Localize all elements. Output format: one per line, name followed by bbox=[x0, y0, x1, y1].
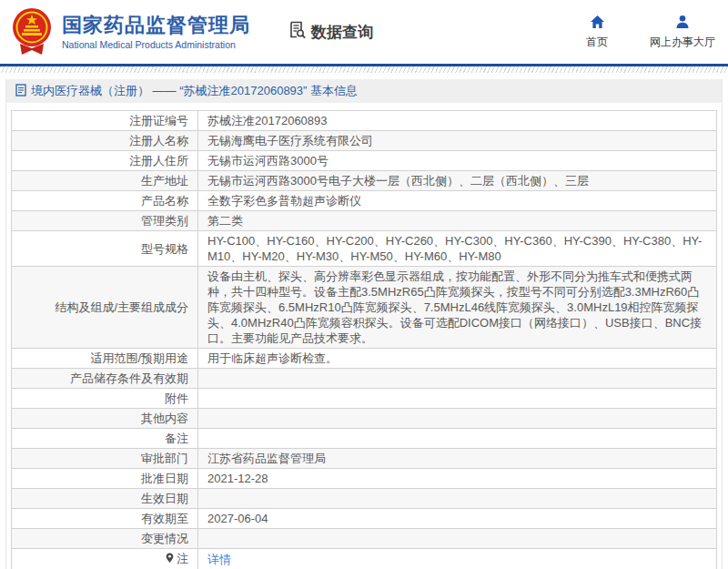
row-value: 2027-06-04 bbox=[198, 509, 717, 529]
row-value: 无锡市运河西路3000号 bbox=[198, 151, 717, 171]
row-value bbox=[198, 409, 717, 429]
row-value: 苏械注准20172060893 bbox=[198, 111, 717, 131]
document-search-icon bbox=[288, 21, 307, 44]
row-value: 江苏省药品监督管理局 bbox=[198, 449, 717, 469]
table-row: 附件 bbox=[12, 389, 717, 409]
table-row: 生产地址无锡市运河西路3000号电子大楼一层（西北侧）、二层（西北侧）、三层 bbox=[12, 171, 717, 191]
row-value bbox=[198, 369, 717, 389]
row-value bbox=[198, 529, 717, 549]
table-row: 注册证编号苏械注准20172060893 bbox=[12, 111, 717, 131]
hatch-stripe bbox=[0, 66, 728, 73]
info-table-body: 注册证编号苏械注准20172060893注册人名称无锡海鹰电子医疗系统有限公司注… bbox=[12, 111, 717, 569]
home-icon bbox=[590, 14, 605, 30]
row-label: 结构及组成/主要组成成分 bbox=[12, 267, 198, 349]
row-label: 有效期至 bbox=[12, 509, 198, 529]
table-row: 型号规格HY-C100、HY-C160、HY-C200、HY-C260、HY-C… bbox=[12, 231, 717, 267]
table-row: 产品名称全数字彩色多普勒超声诊断仪 bbox=[12, 191, 717, 211]
row-value bbox=[198, 489, 717, 509]
row-label: 产品储存条件及有效期 bbox=[12, 369, 198, 389]
table-row: 注详情 bbox=[12, 549, 717, 569]
row-label: 其他内容 bbox=[12, 409, 198, 429]
row-value: 无锡市运河西路3000号电子大楼一层（西北侧）、二层（西北侧）、三层 bbox=[198, 171, 717, 191]
nmpa-emblem-logo bbox=[9, 7, 55, 56]
table-row: 管理类别第二类 bbox=[12, 211, 717, 231]
org-name-cn: 国家药品监督管理局 bbox=[62, 14, 250, 36]
row-label: 变更情况 bbox=[12, 529, 198, 549]
table-row: 变更情况 bbox=[12, 529, 717, 549]
top-nav: 首页 网上办事大厅 bbox=[544, 14, 715, 50]
details-link[interactable]: 详情 bbox=[207, 553, 231, 566]
table-row: 注册人住所无锡市运河西路3000号 bbox=[12, 151, 717, 171]
document-icon bbox=[15, 84, 26, 99]
row-value: 全数字彩色多普勒超声诊断仪 bbox=[198, 191, 717, 211]
nav-item-service-hall[interactable]: 网上办事大厅 bbox=[650, 14, 715, 50]
table-row: 批准日期2021-12-28 bbox=[12, 469, 717, 489]
data-query-label: 数据查询 bbox=[311, 22, 373, 43]
row-label: 生产地址 bbox=[12, 171, 198, 191]
row-value: 无锡海鹰电子医疗系统有限公司 bbox=[198, 131, 717, 151]
row-value: 2021-12-28 bbox=[198, 469, 717, 489]
nav-service-hall-label: 网上办事大厅 bbox=[650, 35, 715, 50]
person-icon bbox=[675, 14, 690, 30]
header: 国家药品监督管理局 National Medical Products Admi… bbox=[0, 0, 728, 64]
row-label: 注册人名称 bbox=[12, 131, 198, 151]
row-label: 附件 bbox=[12, 389, 198, 409]
main-content: 境内医疗器械（注册） —— “苏械注准20172060893” 基本信息 注册证… bbox=[5, 79, 723, 569]
row-value: HY-C100、HY-C160、HY-C200、HY-C260、HY-C300、… bbox=[198, 231, 717, 267]
table-row: 结构及组成/主要组成成分设备由主机、探头、高分辨率彩色显示器组成，按功能配置、外… bbox=[12, 267, 717, 349]
row-label: 备注 bbox=[12, 429, 198, 449]
row-value bbox=[198, 389, 717, 409]
table-row: 有效期至2027-06-04 bbox=[12, 509, 717, 529]
row-label: 型号规格 bbox=[12, 231, 198, 267]
table-row: 备注 bbox=[12, 429, 717, 449]
row-label: 管理类别 bbox=[12, 211, 198, 231]
table-row: 产品储存条件及有效期 bbox=[12, 369, 717, 389]
table-row: 审批部门江苏省药品监督管理局 bbox=[12, 449, 717, 469]
row-value: 设备由主机、探头、高分辨率彩色显示器组成，按功能配置、外形不同分为推车式和便携式… bbox=[198, 267, 717, 349]
row-value: 详情 bbox=[198, 549, 717, 569]
row-value bbox=[198, 429, 717, 449]
table-row: 注册人名称无锡海鹰电子医疗系统有限公司 bbox=[12, 131, 717, 151]
table-row: 生效日期 bbox=[12, 489, 717, 509]
row-label: 注册证编号 bbox=[12, 111, 198, 131]
row-value: 第二类 bbox=[198, 211, 717, 231]
row-label: 审批部门 bbox=[12, 449, 198, 469]
org-names: 国家药品监督管理局 National Medical Products Admi… bbox=[62, 14, 250, 50]
breadcrumb-text: 境内医疗器械（注册） —— “苏械注准20172060893” 基本信息 bbox=[31, 83, 358, 99]
table-row: 适用范围/预期用途用于临床超声诊断检查。 bbox=[12, 349, 717, 369]
pin-icon bbox=[165, 552, 175, 567]
registration-info-table: 注册证编号苏械注准20172060893注册人名称无锡海鹰电子医疗系统有限公司注… bbox=[11, 110, 717, 569]
row-value: 用于临床超声诊断检查。 bbox=[198, 349, 717, 369]
breadcrumb: 境内医疗器械（注册） —— “苏械注准20172060893” 基本信息 bbox=[6, 79, 722, 103]
table-row: 其他内容 bbox=[12, 409, 717, 429]
row-label: 生效日期 bbox=[12, 489, 198, 509]
nav-item-home[interactable]: 首页 bbox=[586, 14, 608, 50]
row-label: 产品名称 bbox=[12, 191, 198, 211]
data-query-tab[interactable]: 数据查询 bbox=[288, 21, 373, 44]
row-label: 注册人住所 bbox=[12, 151, 198, 171]
org-name-en: National Medical Products Administration bbox=[62, 39, 250, 50]
nav-home-label: 首页 bbox=[586, 35, 608, 50]
row-label: 批准日期 bbox=[12, 469, 198, 489]
row-label: 适用范围/预期用途 bbox=[12, 349, 198, 369]
row-label: 注 bbox=[12, 549, 198, 569]
